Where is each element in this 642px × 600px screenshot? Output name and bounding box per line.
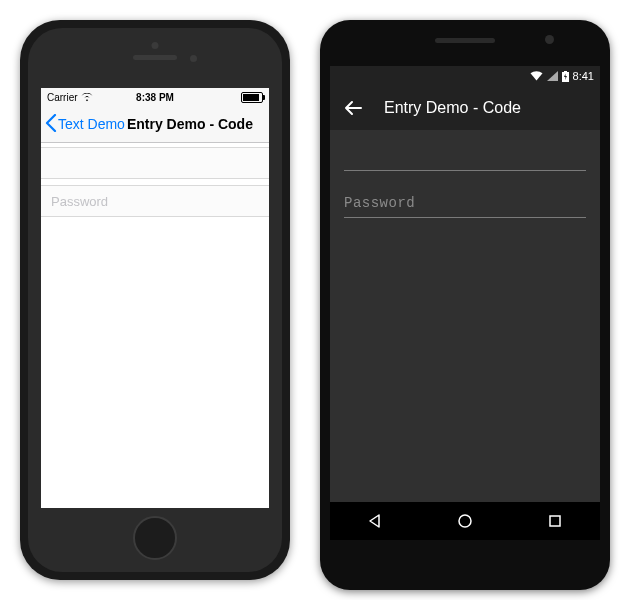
page-title: Entry Demo - Code	[127, 116, 253, 132]
nav-back-button[interactable]	[366, 512, 384, 530]
arrow-left-icon	[344, 99, 362, 117]
android-screen: 8:41 Entry Demo - Code	[330, 66, 600, 540]
chevron-left-icon	[45, 114, 57, 135]
ios-content	[41, 143, 269, 217]
android-device-frame: 8:41 Entry Demo - Code	[320, 20, 610, 590]
text-entry-input[interactable]	[344, 142, 586, 171]
android-speaker	[435, 38, 495, 43]
wifi-icon	[530, 71, 543, 81]
text-entry-input[interactable]	[49, 155, 261, 172]
back-button[interactable]: Text Demo	[45, 114, 125, 135]
password-input[interactable]	[49, 193, 261, 210]
android-content	[330, 130, 600, 248]
password-input[interactable]	[344, 189, 586, 218]
page-title: Entry Demo - Code	[384, 99, 521, 117]
home-button[interactable]	[133, 516, 177, 560]
ios-carrier-label: Carrier	[47, 92, 78, 103]
android-clock: 8:41	[573, 70, 594, 82]
battery-icon	[562, 71, 569, 82]
nav-recent-button[interactable]	[546, 512, 564, 530]
iphone-camera	[190, 55, 197, 62]
iphone-inner-frame: Carrier 8:38 PM Text Demo	[28, 28, 282, 572]
iphone-sensor	[152, 42, 159, 49]
android-app-bar: Entry Demo - Code	[330, 86, 600, 130]
entry-row	[344, 142, 586, 171]
signal-icon	[547, 71, 558, 81]
android-nav-bar	[330, 502, 600, 540]
android-status-bar: 8:41	[330, 66, 600, 86]
wifi-icon	[81, 93, 93, 102]
ios-status-bar: Carrier 8:38 PM	[41, 88, 269, 106]
circle-home-icon	[457, 513, 473, 529]
android-camera	[545, 35, 554, 44]
ios-screen: Carrier 8:38 PM Text Demo	[41, 88, 269, 508]
password-row	[41, 185, 269, 217]
entry-row	[41, 147, 269, 179]
svg-rect-1	[564, 71, 567, 73]
ios-nav-bar: Text Demo Entry Demo - Code	[41, 106, 269, 143]
back-label: Text Demo	[58, 116, 125, 132]
iphone-speaker	[133, 55, 177, 60]
battery-icon	[241, 92, 263, 103]
square-recent-icon	[547, 513, 563, 529]
nav-home-button[interactable]	[456, 512, 474, 530]
svg-rect-3	[550, 516, 560, 526]
svg-point-2	[459, 515, 471, 527]
password-row	[344, 189, 586, 218]
back-button[interactable]	[344, 99, 362, 117]
iphone-device-frame: Carrier 8:38 PM Text Demo	[20, 20, 290, 580]
triangle-back-icon	[367, 513, 383, 529]
